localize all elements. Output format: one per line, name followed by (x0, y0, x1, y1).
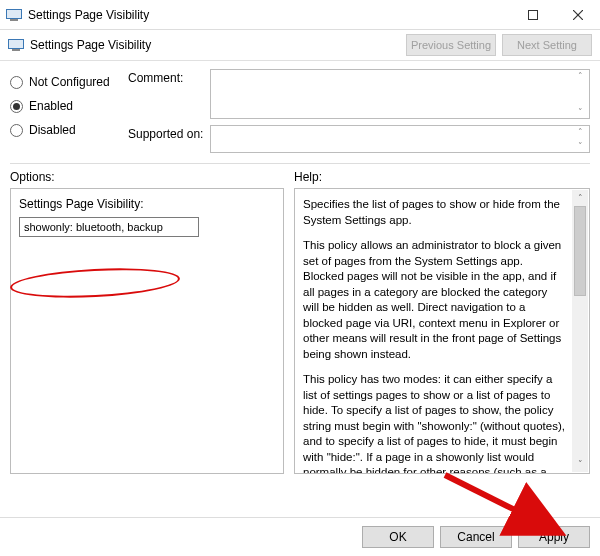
window-title: Settings Page Visibility (28, 8, 465, 22)
lower-panes: Settings Page Visibility: Specifies the … (0, 184, 600, 482)
help-paragraph: Specifies the list of pages to show or h… (303, 197, 565, 228)
titlebar: Settings Page Visibility (0, 0, 600, 30)
subheader: Settings Page Visibility Previous Settin… (0, 30, 600, 61)
svg-rect-3 (528, 10, 537, 19)
previous-setting-button[interactable]: Previous Setting (406, 34, 496, 56)
cancel-button[interactable]: Cancel (440, 526, 512, 548)
scrollbar-track[interactable] (572, 296, 588, 456)
state-radios: Not Configured Enabled Disabled (10, 69, 128, 159)
chevron-up-icon: ˄ (572, 190, 588, 206)
scrollbar-thumb[interactable] (574, 206, 586, 296)
help-heading: Help: (294, 170, 590, 184)
radio-icon (10, 76, 23, 89)
chevron-up-icon: ˄ (572, 71, 588, 81)
help-paragraph: This policy allows an administrator to b… (303, 238, 565, 362)
comment-label: Comment: (128, 69, 210, 119)
radio-disabled[interactable]: Disabled (10, 123, 128, 137)
svg-rect-8 (12, 49, 20, 51)
pane-labels: Options: Help: (0, 170, 600, 184)
close-button[interactable] (555, 0, 600, 30)
maximize-button[interactable] (510, 0, 555, 30)
window-controls (465, 0, 600, 30)
supported-on-label: Supported on: (128, 125, 210, 153)
radio-label: Not Configured (29, 75, 110, 89)
chevron-down-icon: ˅ (572, 456, 588, 472)
radio-not-configured[interactable]: Not Configured (10, 75, 128, 89)
options-heading: Options: (10, 170, 294, 184)
radio-icon (10, 100, 23, 113)
help-text: Specifies the list of pages to show or h… (303, 197, 581, 474)
comment-input[interactable]: ˄ ˅ (210, 69, 590, 119)
radio-label: Enabled (29, 99, 73, 113)
policy-icon (8, 37, 24, 53)
chevron-down-icon: ˅ (572, 141, 588, 151)
app-icon (6, 7, 22, 23)
meta-fields: Comment: ˄ ˅ Supported on: ˄ ˅ (128, 69, 590, 159)
radio-enabled[interactable]: Enabled (10, 99, 128, 113)
option-field-label: Settings Page Visibility: (19, 197, 275, 211)
help-panel: Specifies the list of pages to show or h… (294, 188, 590, 474)
radio-label: Disabled (29, 123, 76, 137)
scrollbar[interactable]: ˄ ˅ (572, 71, 588, 117)
upper-section: Not Configured Enabled Disabled Comment:… (0, 61, 600, 159)
apply-button[interactable]: Apply (518, 526, 590, 548)
svg-rect-1 (7, 10, 21, 18)
svg-rect-7 (9, 40, 23, 48)
help-paragraph: This policy has two modes: it can either… (303, 372, 565, 474)
svg-rect-2 (10, 19, 18, 21)
chevron-up-icon: ˄ (572, 127, 588, 137)
dialog-footer: OK Cancel Apply (0, 517, 600, 556)
ok-button[interactable]: OK (362, 526, 434, 548)
radio-icon (10, 124, 23, 137)
supported-on-input[interactable]: ˄ ˅ (210, 125, 590, 153)
settings-page-visibility-input[interactable] (19, 217, 199, 237)
next-setting-button[interactable]: Next Setting (502, 34, 592, 56)
chevron-down-icon: ˅ (572, 107, 588, 117)
scrollbar[interactable]: ˄ ˅ (572, 190, 588, 472)
scrollbar[interactable]: ˄ ˅ (572, 127, 588, 151)
policy-title: Settings Page Visibility (30, 38, 400, 52)
options-panel: Settings Page Visibility: (10, 188, 284, 474)
section-divider (10, 163, 590, 164)
